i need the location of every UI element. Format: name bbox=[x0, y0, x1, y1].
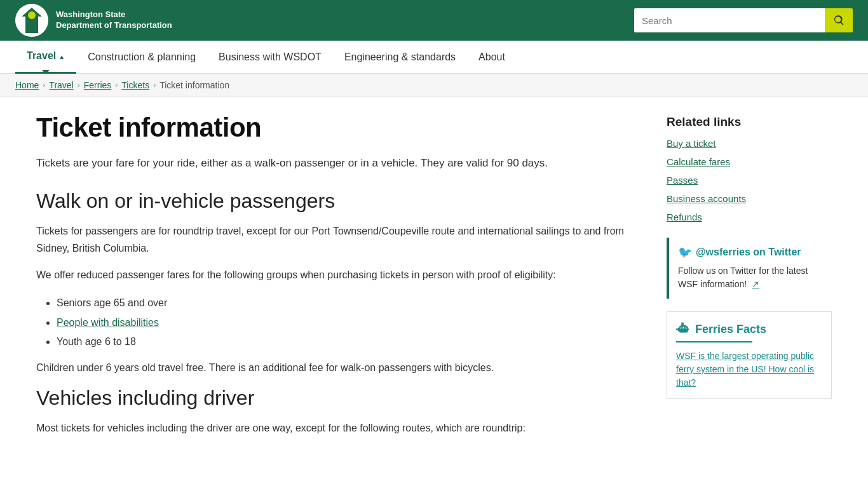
sidebar-link-passes[interactable]: Passes bbox=[667, 175, 832, 186]
nav-label-engineering: Engineering & standards bbox=[344, 51, 456, 63]
breadcrumb-sep-3: › bbox=[115, 81, 118, 90]
sidebar-link-buy-ticket[interactable]: Buy a ticket bbox=[667, 138, 832, 149]
breadcrumb-sep-2: › bbox=[78, 81, 80, 90]
intro-text: Tickets are your fare for your ride, eit… bbox=[36, 154, 641, 172]
list-item-youth: Youth age 6 to 18 bbox=[57, 332, 641, 351]
sidebar-link-calculate-fares[interactable]: Calculate fares bbox=[667, 156, 832, 167]
nav-chevron-travel: ▲ bbox=[58, 53, 65, 60]
breadcrumb-tickets[interactable]: Tickets bbox=[121, 80, 149, 90]
main-nav: Travel ▲ Construction & planning Busines… bbox=[0, 41, 868, 74]
section1-para1: Tickets for passengers are for roundtrip… bbox=[36, 223, 641, 257]
bullet-link-disabilities[interactable]: People with disabilities bbox=[57, 317, 159, 328]
sidebar-related-links: Related links Buy a ticket Calculate far… bbox=[667, 115, 832, 222]
main-content: Ticket information Tickets are your fare… bbox=[36, 112, 641, 447]
nav-item-engineering[interactable]: Engineering & standards bbox=[333, 41, 467, 74]
search-icon bbox=[832, 14, 845, 27]
section2-heading: Vehicles including driver bbox=[36, 386, 641, 410]
sidebar-ferries-facts: ⛴ Ferries Facts WSF is the largest opera… bbox=[667, 311, 832, 399]
search-input[interactable] bbox=[634, 8, 825, 32]
nav-label-travel: Travel bbox=[27, 50, 56, 62]
breadcrumb-travel[interactable]: Travel bbox=[49, 80, 73, 90]
page-title: Ticket information bbox=[36, 112, 641, 143]
bullet-label-youth: Youth age 6 to 18 bbox=[57, 336, 136, 347]
search-button[interactable] bbox=[825, 8, 853, 32]
twitter-body: Follow us on Twitter for the latest WSF … bbox=[678, 266, 808, 289]
sidebar: Related links Buy a ticket Calculate far… bbox=[667, 112, 832, 447]
nav-item-about[interactable]: About bbox=[467, 41, 517, 74]
ferry-icon: ⛴ bbox=[676, 321, 690, 337]
section2-para1: Most tickets for vehicles including the … bbox=[36, 420, 641, 437]
nav-item-travel[interactable]: Travel ▲ bbox=[15, 41, 76, 74]
nav-item-construction[interactable]: Construction & planning bbox=[76, 41, 207, 74]
nav-label-construction: Construction & planning bbox=[88, 51, 196, 63]
nav-label-about: About bbox=[478, 51, 505, 63]
page-content: Ticket information Tickets are your fare… bbox=[21, 97, 847, 472]
svg-point-1 bbox=[28, 11, 36, 19]
breadcrumb-ferries[interactable]: Ferries bbox=[84, 80, 112, 90]
wsdot-logo-icon bbox=[15, 4, 48, 37]
ferries-facts-title-text: Ferries Facts bbox=[695, 323, 766, 336]
search-area bbox=[634, 8, 853, 32]
ferries-facts-body: WSF is the largest operating public ferr… bbox=[676, 349, 822, 390]
twitter-text: Follow us on Twitter for the latest WSF … bbox=[678, 264, 823, 291]
bullet-label-seniors: Seniors age 65 and over bbox=[57, 297, 167, 308]
breadcrumb: Home › Travel › Ferries › Tickets › Tick… bbox=[0, 74, 868, 97]
list-item-seniors: Seniors age 65 and over bbox=[57, 294, 641, 313]
breadcrumb-home[interactable]: Home bbox=[15, 80, 39, 90]
twitter-title: 🐦 @wsferries on Twitter bbox=[678, 245, 823, 259]
top-header: Washington State Department of Transport… bbox=[0, 0, 868, 41]
section1-para3: Children under 6 years old travel free. … bbox=[36, 360, 641, 376]
twitter-bird-icon: 🐦 bbox=[678, 245, 692, 259]
related-links-heading: Related links bbox=[667, 115, 832, 129]
logo-area: Washington State Department of Transport… bbox=[15, 4, 172, 37]
breadcrumb-sep-1: › bbox=[43, 81, 45, 90]
section1-heading: Walk on or in-vehicle passengers bbox=[36, 189, 641, 213]
list-item-disabilities: People with disabilities bbox=[57, 313, 641, 332]
ferries-facts-link[interactable]: WSF is the largest operating public ferr… bbox=[676, 351, 814, 388]
ferries-wavy-divider bbox=[676, 341, 752, 343]
sidebar-link-business-accounts[interactable]: Business accounts bbox=[667, 193, 832, 204]
sidebar-link-refunds[interactable]: Refunds bbox=[667, 212, 832, 222]
breadcrumb-current: Ticket information bbox=[159, 80, 229, 90]
twitter-title-text: @wsferries on Twitter bbox=[696, 247, 801, 258]
nav-label-business: Business with WSDOT bbox=[219, 51, 322, 63]
sidebar-twitter: 🐦 @wsferries on Twitter Follow us on Twi… bbox=[667, 238, 832, 299]
bullet-list: Seniors age 65 and over People with disa… bbox=[57, 294, 641, 351]
ferries-facts-title: ⛴ Ferries Facts bbox=[676, 321, 822, 337]
section1-para2: We offer reduced passenger fares for the… bbox=[36, 267, 641, 283]
twitter-external-link[interactable]: ↗ bbox=[752, 279, 759, 289]
agency-name: Washington State Department of Transport… bbox=[56, 10, 172, 31]
breadcrumb-sep-4: › bbox=[153, 81, 156, 90]
nav-item-business[interactable]: Business with WSDOT bbox=[207, 41, 333, 74]
